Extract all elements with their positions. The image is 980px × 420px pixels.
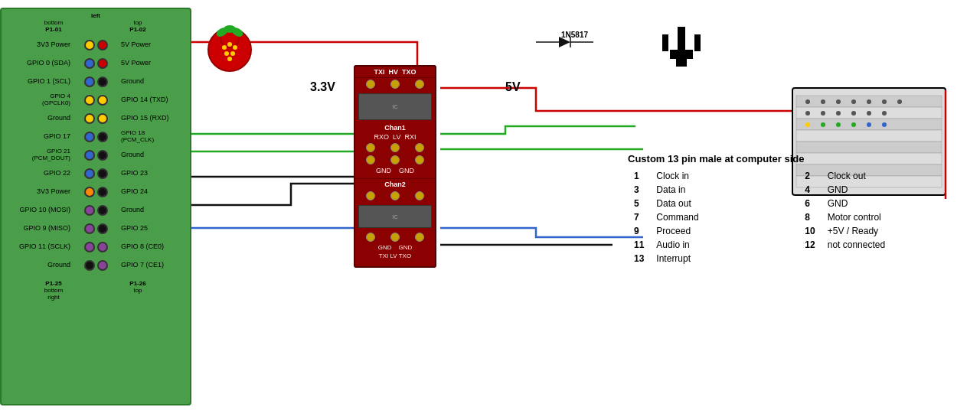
pin-15 <box>84 168 95 179</box>
pin-label-command: Command <box>650 210 768 224</box>
pin-25 <box>84 260 95 271</box>
svg-point-57 <box>897 99 902 104</box>
pin-16 <box>97 168 108 179</box>
pin-label-5v-ready: +5V / Ready <box>822 224 972 238</box>
gpio-label-5v-1: 5V Power <box>121 41 186 49</box>
svg-point-68 <box>867 122 871 127</box>
pin-09 <box>84 113 95 124</box>
gpio-label-gpio9: GPIO 9 (MISO) <box>5 225 70 233</box>
gpio-label-gpio0: GPIO 0 (SDA) <box>5 60 70 67</box>
svg-point-17 <box>835 110 841 116</box>
svg-text:7: 7 <box>850 121 854 128</box>
svg-text:8: 8 <box>850 90 854 97</box>
gpio-label-gpio10: GPIO 10 (MOSI) <box>5 207 70 214</box>
gpio-row-4: GPIO 4(GPCLK0) GPIO 14 (TXD) <box>5 92 186 109</box>
gpio-label-gpio22: GPIO 22 <box>5 170 70 177</box>
svg-text:1: 1 <box>880 121 884 128</box>
pin-24 <box>97 242 108 252</box>
p1-02-label: P1-02 <box>100 26 176 33</box>
pin-num-8: 8 <box>799 210 821 224</box>
pin-label-clock-out: Clock out <box>822 169 972 183</box>
gpio-label-gpio24: GPIO 24 <box>121 188 186 196</box>
pin-num-13: 13 <box>628 252 650 265</box>
svg-point-13 <box>881 98 887 104</box>
pin-14 <box>97 150 108 161</box>
pin-26 <box>97 260 108 271</box>
pin-num-3: 3 <box>628 183 650 197</box>
voltage-33-label: 3.3V <box>310 80 335 94</box>
gpio-row-1: 3V3 Power 5V Power <box>5 37 186 54</box>
chan1-label: Chan1 <box>384 124 406 132</box>
gpio-label-gpio1: GPIO 1 (SCL) <box>5 78 70 86</box>
pin-10 <box>97 113 108 124</box>
svg-rect-44 <box>796 107 942 119</box>
table-row: 7 Command 8 Motor control <box>628 210 972 224</box>
svg-text:5: 5 <box>835 121 838 128</box>
gpio-label-3v3-2: 3V3 Power <box>5 188 70 196</box>
pin-label-proceed: Proceed <box>650 224 768 238</box>
chan2-label: Chan2 <box>384 181 406 188</box>
svg-point-58 <box>805 111 810 116</box>
svg-rect-87 <box>694 34 701 51</box>
right-label: right <box>15 294 92 301</box>
table-row: 1 Clock in 2 Clock out <box>628 169 972 183</box>
svg-point-12 <box>866 98 872 104</box>
pin-07 <box>84 95 95 106</box>
svg-point-53 <box>836 99 841 104</box>
voltage-5-label: 5V <box>505 80 521 94</box>
gpio-row-12: GPIO 11 (SCLK) GPIO 8 (CE0) <box>5 239 186 256</box>
svg-point-10 <box>835 98 841 104</box>
svg-point-60 <box>836 111 841 116</box>
pin-label-gnd-1: GND <box>822 183 972 197</box>
pin-03 <box>84 58 95 69</box>
gpio-row-9: 3V3 Power GPIO 24 <box>5 184 186 200</box>
svg-rect-46 <box>796 130 942 142</box>
raspberry-pi-logo <box>199 15 260 77</box>
svg-point-81 <box>230 51 235 56</box>
pin-num-9: 9 <box>628 224 650 238</box>
pin-table: Custom 13 pin male at computer side 1 Cl… <box>628 153 972 265</box>
svg-point-63 <box>882 111 887 116</box>
gpio-label-gpio18: GPIO 18(PCM_CLK) <box>121 130 186 144</box>
pin-23 <box>84 242 95 252</box>
gpio-label-gnd-2: Ground <box>5 115 70 122</box>
svg-point-79 <box>233 45 237 50</box>
svg-point-77 <box>222 45 227 50</box>
p1-01-label: P1-01 <box>15 26 92 33</box>
svg-point-64 <box>805 122 810 127</box>
gpio-label-5v-2: 5V Power <box>121 60 186 67</box>
pin-01 <box>84 40 95 50</box>
svg-rect-86 <box>662 34 668 51</box>
svg-point-52 <box>821 99 825 104</box>
svg-point-11 <box>851 98 857 104</box>
bottom-label: bottom <box>15 19 92 26</box>
pin-12 <box>97 132 108 142</box>
top-label: top <box>100 19 176 26</box>
svg-point-8 <box>805 98 811 104</box>
pin-02 <box>97 40 108 50</box>
svg-point-20 <box>881 110 887 116</box>
gpio-label-gpio15: GPIO 15 (RXD) <box>121 115 186 122</box>
svg-text:2: 2 <box>804 90 808 97</box>
pin-17 <box>84 187 95 197</box>
pin-20 <box>97 205 108 216</box>
gpio-label-gpio7: GPIO 7 (CE1) <box>121 262 186 269</box>
svg-point-16 <box>820 110 826 116</box>
gpio-row-13: Ground GPIO 7 (CE1) <box>5 257 186 274</box>
pin-label-not-connected: not connected <box>822 238 972 252</box>
svg-point-78 <box>227 42 232 47</box>
pin-21 <box>84 223 95 234</box>
pin-num-7: 7 <box>628 210 650 224</box>
svg-text:1: 1 <box>880 90 884 97</box>
gpio-label-3v3: 3V3 Power <box>5 41 70 49</box>
pin-19 <box>84 205 95 216</box>
svg-text:1: 1 <box>896 90 900 97</box>
gpio-label-gpio4: GPIO 4(GPCLK0) <box>5 93 70 107</box>
pin-num-6: 6 <box>799 197 821 210</box>
svg-point-19 <box>866 110 872 116</box>
svg-point-62 <box>867 111 871 116</box>
svg-point-18 <box>851 110 857 116</box>
pin-num-11: 11 <box>628 238 650 252</box>
gpio-label-gpio14: GPIO 14 (TXD) <box>121 96 186 104</box>
gpio-label-gpio23: GPIO 23 <box>121 170 186 177</box>
